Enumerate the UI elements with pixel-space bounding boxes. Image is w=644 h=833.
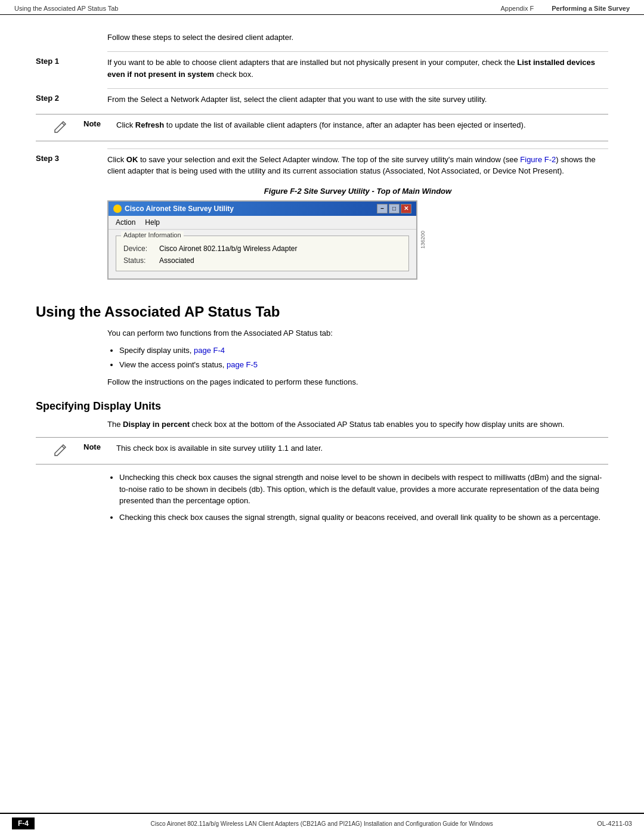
bullet-1-link[interactable]: page F-5 [227,360,258,369]
dialog-body: Adapter Information Device: Cisco Airone… [109,230,416,278]
note-2-icon-wrap [36,442,83,459]
bullet-item-1: View the access point's status, page F-5 [119,359,608,371]
dialog-box: Cisco Aironet Site Survey Utility – □ ✕ … [107,200,417,280]
dialog-status-label: Status: [123,256,159,265]
dialog-group: Adapter Information Device: Cisco Airone… [116,236,409,271]
intro-text: Follow these steps to select the desired… [107,33,608,42]
display-in-percent-bold: Display in percent [123,420,190,429]
footer-page-badge: F-4 [12,817,35,829]
dialog-side-number: 136200 [420,231,426,249]
note-1-icon-wrap [36,119,83,136]
dialog-device-value: Cisco Aironet 802.11a/b/g Wireless Adapt… [159,244,297,253]
bullet-1-text: View the access point's status, [119,360,224,369]
footer-right-text: OL-4211-03 [597,820,632,827]
step-1-text: If you want to be able to choose client … [107,58,595,79]
page-footer: F-4 Cisco Aironet 802.11a/b/g Wireless L… [0,813,644,833]
section-sub-intro: The Display in percent check box at the … [107,419,608,431]
dialog-menubar: Action Help [109,216,416,230]
bullet-0-text: Specify display units, [119,346,191,355]
step-3-content: Click OK to save your selection and exit… [107,154,608,177]
dialog-close-btn[interactable]: ✕ [401,204,411,213]
page-header: Using the Associated AP Status Tab Appen… [0,0,644,15]
dialog-titlebar: Cisco Aironet Site Survey Utility – □ ✕ [109,202,416,216]
footer-center-text: Cisco Aironet 802.11a/b/g Wireless LAN C… [47,820,597,827]
dialog-wrapper: Cisco Aironet Site Survey Utility – □ ✕ … [107,200,608,280]
step-1-label: Step 1 [36,57,107,80]
spec-bullet-list: Unchecking this check box causes the sig… [119,472,608,523]
main-content: Follow these steps to select the desired… [0,15,644,563]
dialog-menu-help[interactable]: Help [140,217,165,228]
dialog-app-icon [113,205,122,213]
spec-bullet-1: Checking this check box causes the signa… [119,512,608,524]
header-section-title: Using the Associated AP Status Tab [14,5,119,12]
header-title: Performing a Site Survey [552,5,630,12]
fig-f2-link[interactable]: Figure F-2 [520,155,556,164]
header-appendix: Appendix F [501,5,534,12]
dialog-title: Cisco Aironet Site Survey Utility [125,205,234,213]
figure-caption: Figure F-2 Site Survey Utility - Top of … [107,187,608,196]
dialog-maximize-btn[interactable]: □ [389,204,400,213]
note-1-label: Note [83,119,116,128]
dialog-row-0: Device: Cisco Aironet 802.11a/b/g Wirele… [123,244,401,253]
step-1-row: Step 1 If you want to be able to choose … [36,57,608,80]
step-1-content: If you want to be able to choose client … [107,57,608,80]
dialog-titlebar-left: Cisco Aironet Site Survey Utility [113,205,234,213]
note-1-block: Note Click Refresh to update the list of… [36,114,608,141]
pencil-icon-2 [51,442,68,459]
step-3-row: Step 3 Click OK to save your selection a… [36,154,608,177]
section-major-heading: Using the Associated AP Status Tab [36,298,608,320]
note-1-bold: Refresh [135,120,164,129]
dialog-row-1: Status: Associated [123,256,401,265]
note-2-text: This check box is available in site surv… [116,442,608,454]
step-2-row: Step 2 From the Select a Network Adapter… [36,94,608,106]
dialog-device-label: Device: [123,244,159,253]
step-2-label: Step 2 [36,94,107,106]
header-right: Appendix F Performing a Site Survey [501,5,630,12]
step-3-label: Step 3 [36,154,107,177]
bullet-item-0: Specify display units, page F-4 [119,345,608,357]
dialog-menu-action[interactable]: Action [111,217,140,228]
dialog-titlebar-buttons: – □ ✕ [377,204,411,213]
dialog-minimize-btn[interactable]: – [377,204,388,213]
section-main-follow: Follow the instructions on the pages ind… [107,376,608,388]
note-2-label: Note [83,442,116,451]
dialog-status-value: Associated [159,256,194,265]
spec-bullet-0: Unchecking this check box causes the sig… [119,472,608,507]
svg-line-1 [62,446,64,448]
bullet-0-link[interactable]: page F-4 [194,346,225,355]
dialog-group-label: Adapter Information [121,231,184,239]
note-2-block: Note This check box is available in site… [36,437,608,465]
step-2-content: From the Select a Network Adapter list, … [107,94,608,106]
section-main-bullets: Specify display units, page F-4 View the… [119,345,608,370]
pencil-icon [51,119,68,136]
section-sub-heading: Specifying Display Units [36,400,608,413]
section-main-intro: You can perform two functions from the A… [107,327,608,339]
step-3-ok-bold: OK [126,155,138,164]
svg-line-0 [62,123,64,125]
note-1-text: Click Refresh to update the list of avai… [116,119,608,131]
